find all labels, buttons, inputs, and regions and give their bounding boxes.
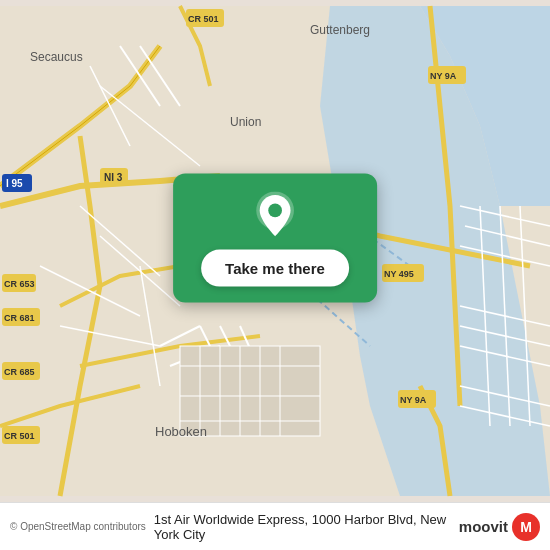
svg-text:NY 9A: NY 9A (430, 71, 457, 81)
svg-text:Hoboken: Hoboken (155, 424, 207, 439)
svg-text:NY 9A: NY 9A (400, 395, 427, 405)
svg-text:CR 653: CR 653 (4, 279, 35, 289)
map-attribution: © OpenStreetMap contributors (10, 521, 146, 532)
svg-text:Guttenberg: Guttenberg (310, 23, 370, 37)
bottom-bar: © OpenStreetMap contributors 1st Air Wor… (0, 502, 550, 550)
take-me-there-button[interactable]: Take me there (201, 250, 349, 287)
map-container: I 95 NI 3 CR 501 CR 653 CR 681 CR 685 CR… (0, 0, 550, 502)
location-info: 1st Air Worldwide Express, 1000 Harbor B… (154, 512, 451, 542)
svg-text:CR 685: CR 685 (4, 367, 35, 377)
svg-text:Secaucus: Secaucus (30, 50, 83, 64)
svg-text:I 95: I 95 (6, 178, 23, 189)
location-pin-icon (251, 192, 299, 240)
app: I 95 NI 3 CR 501 CR 653 CR 681 CR 685 CR… (0, 0, 550, 550)
moovit-icon: M (512, 513, 540, 541)
svg-point-64 (268, 204, 282, 218)
svg-text:NI 3: NI 3 (104, 172, 123, 183)
svg-rect-18 (180, 346, 320, 436)
moovit-text: moovit (459, 518, 508, 535)
action-card: Take me there (173, 174, 377, 303)
svg-text:NY 495: NY 495 (384, 269, 414, 279)
svg-text:Union: Union (230, 115, 261, 129)
moovit-logo: moovit M (459, 513, 540, 541)
svg-text:CR 501: CR 501 (188, 14, 219, 24)
svg-text:CR 681: CR 681 (4, 313, 35, 323)
svg-text:CR 501: CR 501 (4, 431, 35, 441)
